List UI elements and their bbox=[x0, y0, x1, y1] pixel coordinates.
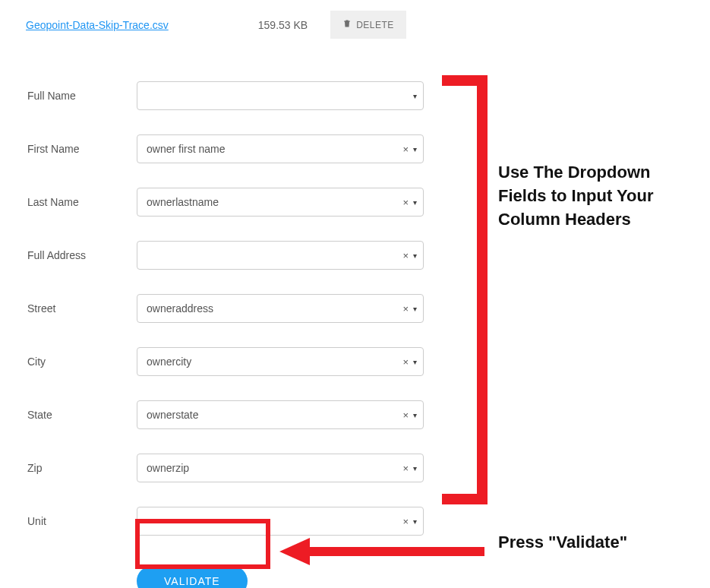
dropdown-last-name[interactable]: ownerlastname×▾ bbox=[137, 188, 424, 217]
chevron-down-icon: ▾ bbox=[413, 92, 417, 100]
field-label-first-name: First Name bbox=[27, 143, 137, 155]
chevron-down-icon: ▾ bbox=[413, 305, 417, 313]
validate-button[interactable]: VALIDATE bbox=[137, 566, 248, 588]
dropdown-full-address[interactable]: ×▾ bbox=[137, 241, 424, 270]
field-row-first-name: First Nameowner first name×▾ bbox=[27, 134, 710, 163]
chevron-down-icon: ▾ bbox=[413, 251, 417, 260]
delete-button[interactable]: DELETE bbox=[330, 11, 406, 39]
chevron-down-icon: ▾ bbox=[413, 358, 417, 366]
clear-icon[interactable]: × bbox=[402, 303, 409, 315]
dropdown-state[interactable]: ownerstate×▾ bbox=[137, 400, 424, 429]
dropdown-zip[interactable]: ownerzip×▾ bbox=[137, 454, 424, 482]
field-label-unit: Unit bbox=[27, 515, 137, 527]
field-label-city: City bbox=[27, 356, 137, 368]
file-size: 159.53 KB bbox=[258, 19, 308, 31]
annotation-arrow-text: Press "Validate" bbox=[498, 533, 627, 552]
dropdown-unit[interactable]: ×▾ bbox=[137, 507, 424, 536]
field-label-zip: Zip bbox=[27, 462, 137, 474]
field-row-street: Streetowneraddress×▾ bbox=[27, 294, 710, 323]
field-label-full-name: Full Name bbox=[27, 90, 137, 102]
field-row-city: Cityownercity×▾ bbox=[27, 347, 710, 376]
dropdown-value: ownerstate bbox=[147, 409, 402, 421]
annotation-bracket-text: Use The Dropdown Fields to Input Your Co… bbox=[498, 161, 673, 231]
dropdown-value: owner first name bbox=[147, 143, 402, 155]
clear-icon[interactable]: × bbox=[402, 409, 409, 421]
chevron-down-icon: ▾ bbox=[413, 145, 417, 153]
file-header: Geopoint-Data-Skip-Trace.csv 159.53 KB D… bbox=[0, 0, 710, 39]
field-row-zip: Zipownerzip×▾ bbox=[27, 454, 710, 482]
dropdown-street[interactable]: owneraddress×▾ bbox=[137, 294, 424, 323]
dropdown-value: ownerzip bbox=[147, 462, 402, 474]
clear-icon[interactable]: × bbox=[402, 356, 409, 368]
field-label-state: State bbox=[27, 409, 137, 421]
chevron-down-icon: ▾ bbox=[413, 198, 417, 207]
dropdown-first-name[interactable]: owner first name×▾ bbox=[137, 134, 424, 163]
chevron-down-icon: ▾ bbox=[413, 517, 417, 526]
dropdown-value: owneraddress bbox=[147, 302, 402, 315]
field-label-full-address: Full Address bbox=[27, 249, 137, 261]
dropdown-value: ownerlastname bbox=[147, 196, 402, 208]
trash-icon bbox=[342, 18, 352, 31]
dropdown-full-name[interactable]: ▾ bbox=[137, 81, 424, 110]
field-row-full-address: Full Address×▾ bbox=[27, 241, 710, 270]
mapping-form: Full Name▾First Nameowner first name×▾La… bbox=[0, 39, 710, 588]
clear-icon[interactable]: × bbox=[402, 197, 409, 208]
dropdown-city[interactable]: ownercity×▾ bbox=[137, 347, 424, 376]
chevron-down-icon: ▾ bbox=[413, 464, 417, 473]
dropdown-value: ownercity bbox=[147, 356, 402, 368]
field-row-full-name: Full Name▾ bbox=[27, 81, 710, 110]
field-label-street: Street bbox=[27, 302, 137, 315]
chevron-down-icon: ▾ bbox=[413, 411, 417, 419]
filename-link[interactable]: Geopoint-Data-Skip-Trace.csv bbox=[26, 19, 169, 31]
delete-label: DELETE bbox=[356, 20, 394, 30]
field-row-unit: Unit×▾ bbox=[27, 507, 710, 536]
field-label-last-name: Last Name bbox=[27, 196, 137, 208]
clear-icon[interactable]: × bbox=[402, 463, 409, 474]
clear-icon[interactable]: × bbox=[402, 144, 409, 155]
clear-icon[interactable]: × bbox=[402, 516, 409, 527]
clear-icon[interactable]: × bbox=[402, 250, 409, 261]
field-row-state: Stateownerstate×▾ bbox=[27, 400, 710, 429]
